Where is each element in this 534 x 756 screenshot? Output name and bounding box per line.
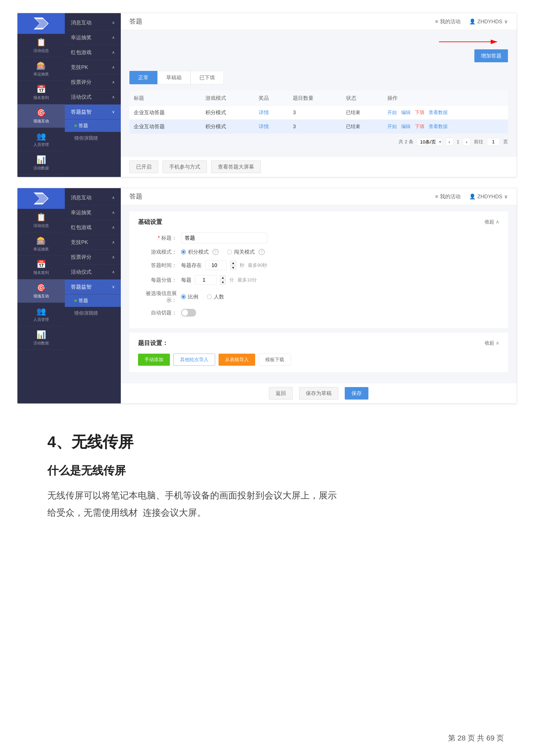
- nav-item-lucky-draw-label: 幸运抽奖: [33, 71, 49, 77]
- tab-bar-1: 正常 草稿箱 已下填: [129, 71, 508, 84]
- per-page-select[interactable]: 10条/页: [417, 138, 442, 146]
- question-settings-collapse[interactable]: 收起 ∧: [485, 340, 499, 346]
- sidebar-item-ceremony[interactable]: 活动仪式 ∧: [65, 90, 121, 104]
- score-max: 最多10分: [238, 277, 257, 283]
- save-draft-btn[interactable]: 保存为草稿: [299, 387, 338, 399]
- title-input[interactable]: [181, 232, 267, 243]
- auto-switch-toggle[interactable]: [181, 309, 196, 316]
- sidebar-panel-2: 消息互动 ∧ 幸运抽奖 ∧ 红包游戏 ∧ 竞技PK ∧ 投票评分 ∧ 活动仪式 …: [65, 188, 121, 403]
- score-down[interactable]: ▼: [220, 280, 226, 285]
- user-menu[interactable]: 👤 ZHDYHDS ∨: [469, 18, 508, 25]
- row2-edit-btn[interactable]: 编辑: [401, 123, 411, 130]
- auto-switch-label: 自动切题：: [138, 309, 177, 316]
- nav-item-people[interactable]: 👥 人员管理: [17, 128, 65, 151]
- row2-mode: 积分模式: [201, 120, 254, 134]
- row1-title: 企业互动答题: [129, 106, 201, 120]
- count-radio[interactable]: 人数: [207, 293, 224, 300]
- basic-settings-collapse[interactable]: 收起 ∧: [485, 219, 499, 225]
- answer-time-up[interactable]: ▲: [230, 260, 236, 265]
- started-btn[interactable]: 已开启: [129, 161, 158, 173]
- download-template-btn[interactable]: 模板下载: [259, 354, 291, 366]
- sidebar-vote-arrow: ∧: [112, 80, 115, 85]
- import-table-btn[interactable]: 从表格导入: [218, 354, 255, 366]
- nav2-item-onsite[interactable]: 🎯 现场互动: [17, 279, 65, 303]
- sidebar-item-quiz[interactable]: 答题益智 ∨: [65, 104, 121, 120]
- sidebar2-item-lottery[interactable]: 幸运抽奖 ∧: [65, 205, 121, 220]
- save-btn[interactable]: 保存: [345, 387, 369, 399]
- row1-edit-btn[interactable]: 编辑: [401, 109, 411, 116]
- user-menu-2[interactable]: 👤 ZHDYHDS ∨: [469, 194, 508, 200]
- nav2-item-activity-info[interactable]: 📋 活动信息: [17, 209, 65, 232]
- mobile-participation-btn[interactable]: 手机参与方式: [163, 161, 207, 173]
- adventure-mode-circle: [227, 250, 232, 254]
- add-quiz-button[interactable]: 增加答题: [474, 49, 508, 62]
- sidebar2-sub-quiz[interactable]: 答题: [65, 294, 121, 307]
- topbar-right-2: ≡ 我的活动 👤 ZHDYHDS ∨: [435, 193, 508, 200]
- back-btn[interactable]: 返回: [269, 387, 292, 399]
- nav-item-activity-info[interactable]: 📋 活动信息: [17, 34, 65, 57]
- sidebar-sub-quiz[interactable]: 答题: [65, 120, 121, 132]
- score-mode-help-icon[interactable]: ?: [213, 249, 218, 255]
- answer-time-input[interactable]: [205, 260, 227, 270]
- row2-prize[interactable]: 详情: [254, 120, 289, 134]
- view-screen-btn[interactable]: 查看答题大屏幕: [211, 161, 261, 173]
- row1-delete-btn[interactable]: 下填: [415, 109, 424, 116]
- sidebar-item-redpacket[interactable]: 红包游戏 ∧: [65, 45, 121, 60]
- nav2-item-people[interactable]: 👥 人员管理: [17, 303, 65, 326]
- sidebar2-item-vote[interactable]: 投票评分 ∧: [65, 250, 121, 265]
- sidebar2-ceremony-arrow: ∧: [112, 270, 115, 274]
- row1-start-btn[interactable]: 开始: [387, 109, 397, 116]
- import-other-btn[interactable]: 其他轮次导入: [173, 354, 215, 366]
- goto-input[interactable]: [487, 138, 500, 146]
- row2-data-btn[interactable]: 查看数据: [429, 123, 448, 130]
- sidebar2-item-redpacket[interactable]: 红包游戏 ∧: [65, 220, 121, 235]
- nav-item-data[interactable]: 📊 活动数据: [17, 151, 65, 175]
- row2-start-btn[interactable]: 开始: [387, 123, 397, 130]
- nav-item-onsite[interactable]: 🎯 现场互动: [17, 104, 65, 128]
- next-page-btn[interactable]: ›: [463, 138, 470, 146]
- tab-ended[interactable]: 已下填: [191, 71, 224, 84]
- adventure-mode-help-icon[interactable]: ?: [259, 249, 265, 255]
- nav2-item-lucky-draw[interactable]: 🎰 幸运抽奖: [17, 232, 65, 256]
- sidebar-sub-guess[interactable]: 猜你演我猜: [65, 132, 121, 145]
- sidebar2-sub-guess[interactable]: 猜你演我猜: [65, 307, 121, 319]
- score-group: 每题 ▲ ▼ 分 最多10分: [181, 275, 257, 285]
- row2-delete-btn[interactable]: 下填: [415, 123, 424, 130]
- sidebar-item-message[interactable]: 消息互动 ∧: [65, 15, 121, 30]
- nav-item-lucky-draw[interactable]: 🎰 幸运抽奖: [17, 57, 65, 81]
- sidebar-item-vote[interactable]: 投票评分 ∧: [65, 75, 121, 90]
- row1-mode: 积分模式: [201, 106, 254, 120]
- score-mode-radio[interactable]: 积分模式 ?: [181, 249, 218, 256]
- row1-data-btn[interactable]: 查看数据: [429, 109, 448, 116]
- score-mode-circle: [181, 250, 186, 254]
- sidebar-lottery-arrow: ∧: [112, 35, 115, 40]
- sidebar-pk-arrow: ∧: [112, 65, 115, 69]
- nav2-data-icon: 📊: [37, 330, 46, 339]
- tab-normal[interactable]: 正常: [129, 71, 157, 84]
- my-activities-nav[interactable]: ≡ 我的活动: [435, 18, 461, 25]
- nav-item-signup[interactable]: 📅 报名签到: [17, 81, 65, 104]
- prev-page-btn[interactable]: ‹: [445, 138, 453, 146]
- sidebar2-item-message[interactable]: 消息互动 ∧: [65, 190, 121, 205]
- left-navigation: 📋 活动信息 🎰 幸运抽奖 📅 报名签到 🎯 现场互动 👥 人员管: [17, 13, 65, 177]
- score-input[interactable]: [195, 275, 216, 285]
- nav2-item-signup[interactable]: 📅 报名签到: [17, 256, 65, 279]
- sidebar-item-pk[interactable]: 竞技PK ∧: [65, 60, 121, 75]
- ratio-radio[interactable]: 比例: [181, 293, 198, 300]
- sidebar2-item-pk[interactable]: 竞技PK ∧: [65, 235, 121, 250]
- sidebar2-redpacket-arrow: ∧: [112, 225, 115, 230]
- tab-draft[interactable]: 草稿箱: [157, 71, 191, 84]
- my-activities-nav-2[interactable]: ≡ 我的活动: [435, 193, 461, 200]
- nav2-item-data[interactable]: 📊 活动数据: [17, 326, 65, 350]
- score-up[interactable]: ▲: [220, 275, 226, 280]
- sidebar-item-lottery[interactable]: 幸运抽奖 ∧: [65, 30, 121, 45]
- nav2-signup-label: 报名签到: [33, 270, 49, 275]
- adventure-mode-radio[interactable]: 闯关模式 ?: [227, 249, 265, 256]
- sidebar2-item-ceremony[interactable]: 活动仪式 ∧: [65, 265, 121, 280]
- row1-prize[interactable]: 详情: [254, 106, 289, 120]
- answer-time-down[interactable]: ▼: [230, 265, 236, 270]
- total-count: 共 2 条: [398, 139, 413, 145]
- sidebar2-item-quiz[interactable]: 答题益智 ∨: [65, 280, 121, 294]
- manual-add-btn[interactable]: 手动添加: [138, 354, 170, 366]
- game-mode-row: 游戏模式： 积分模式 ? 闯关模式 ?: [138, 249, 499, 256]
